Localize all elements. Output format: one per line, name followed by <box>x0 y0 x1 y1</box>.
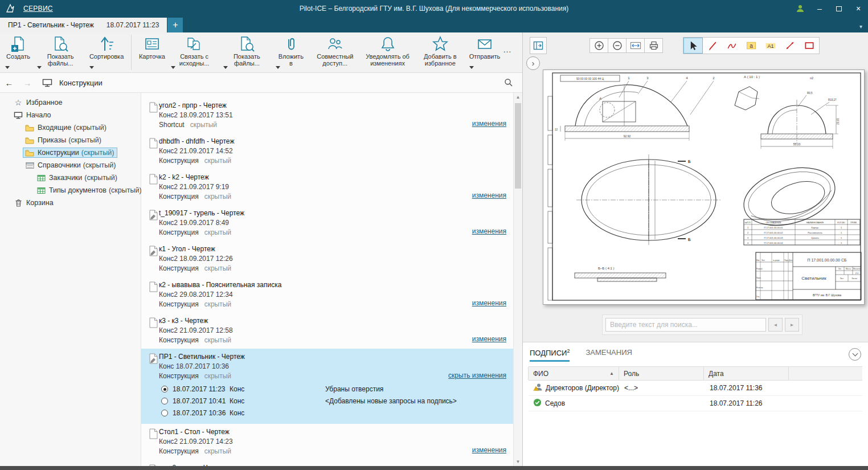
prev-result-button[interactable]: ◄ <box>768 318 783 332</box>
scroll-up-icon[interactable]: ▲ <box>514 95 522 100</box>
sidebar-item-document-types[interactable]: Типы документов(скрытый) <box>0 184 141 197</box>
sidebar-item-constructions[interactable]: Конструкции(скрытый) <box>0 146 141 159</box>
expand-panel-button[interactable]: › <box>526 56 540 70</box>
document-annotated-icon <box>149 245 159 272</box>
changes-link[interactable]: изменения <box>472 299 506 307</box>
show-files-icon <box>52 35 69 52</box>
shared-access-button[interactable]: Совместный доступ... <box>309 34 361 71</box>
tab-list-chevron-icon[interactable]: ▾ <box>859 23 862 30</box>
sidebar-item-trash[interactable]: Корзина <box>0 197 141 209</box>
favorite-star-icon <box>432 35 449 52</box>
send-button[interactable]: Отправить <box>466 34 503 71</box>
hide-changes-link[interactable]: скрыть изменения <box>448 371 506 379</box>
table-row[interactable]: Седов 18.07.2017 11:26 <box>529 396 862 411</box>
stamp-cell: Масса <box>846 268 851 270</box>
parts-header: КОЛ-ВО <box>837 222 845 224</box>
toolbar-overflow-button[interactable]: … <box>503 44 512 54</box>
changes-link[interactable]: изменения <box>472 335 506 343</box>
zoom-out-button[interactable] <box>608 38 627 53</box>
version-row[interactable]: 18.07.2017 10:41 Конс <Добавлены новые з… <box>159 395 509 407</box>
list-item[interactable]: k2 - k2 - Чертеж Конс2 21.09.2017 9:19 К… <box>141 169 513 205</box>
list-item[interactable]: к2 - ывавыва - Пояснительная записка Кон… <box>141 277 513 313</box>
dropdown-arrow-icon <box>37 66 42 69</box>
list-item[interactable]: к3 - к3 - Чертеж Конс2 21.09.2017 12:58 … <box>141 313 513 349</box>
show-files-button-2[interactable]: Показать файлы... <box>220 34 273 71</box>
zoom-in-button[interactable] <box>589 38 608 53</box>
back-button[interactable]: ← <box>0 78 18 88</box>
dropdown-arrow-icon <box>89 66 94 69</box>
sort-button[interactable]: Сортировка <box>87 34 126 71</box>
maximize-button[interactable] <box>829 0 849 17</box>
link-source-button[interactable]: Связать с исходны... <box>168 34 220 71</box>
card-button[interactable]: Карточка <box>136 34 168 71</box>
list-item[interactable]: t_190917 - турель - Чертеж Конс2 19.09.2… <box>141 205 513 241</box>
drawing-preview[interactable]: 93 00 00 00 100 44 Ц 1 3 4 2 А 92,92 12 … <box>543 70 865 305</box>
service-menu[interactable]: СЕРВИС <box>23 5 53 13</box>
column-header-role[interactable]: Роль <box>619 367 704 380</box>
fit-width-button[interactable] <box>626 38 645 53</box>
show-files-button[interactable]: Показать файлы... <box>34 34 87 71</box>
highlight-text-tool[interactable]: a <box>742 38 761 54</box>
tab-signatures[interactable]: ПОДПИСИ2 <box>530 348 570 362</box>
preview-layout-button[interactable] <box>530 37 547 54</box>
version-row[interactable]: 18.07.2017 11:23 Конс Убраны отверстия <box>159 383 509 395</box>
dropdown-arrow-icon <box>469 66 474 69</box>
version-radio[interactable] <box>161 410 168 416</box>
svg-text:!: ! <box>535 387 537 391</box>
callout-label: 1 <box>628 76 630 80</box>
tab-remarks[interactable]: ЗАМЕЧАНИЯ <box>586 348 632 362</box>
dropdown-arrow-icon <box>171 66 175 69</box>
minimize-button[interactable]: – <box>810 0 829 17</box>
create-document-icon <box>10 35 27 52</box>
changes-link[interactable]: изменения <box>472 191 506 199</box>
sidebar-item-orders[interactable]: Приказы(скрытый) <box>0 134 141 146</box>
changes-link[interactable]: изменения <box>472 446 506 454</box>
parts-cell: 1 <box>747 226 749 229</box>
document-tab[interactable]: ПР1 - Светильник - Чертеж 18.07.2017 11:… <box>0 18 167 32</box>
breadcrumb-location[interactable]: Конструкции <box>59 79 103 87</box>
column-header-fio[interactable]: ФИО▲ <box>528 367 619 380</box>
user-button[interactable] <box>791 0 810 17</box>
add-favorite-button[interactable]: Добавить в избранное <box>414 34 466 71</box>
scroll-down-icon[interactable]: ▼ <box>514 459 522 464</box>
changes-link[interactable]: изменения <box>472 227 506 235</box>
list-item[interactable]: угол2 - прпр - Чертеж Конс2 18.09.2017 1… <box>141 97 513 133</box>
search-icon[interactable] <box>504 78 513 87</box>
list-item[interactable]: Стол1 - Стол - Чертеж Конс2 21.09.2017 1… <box>141 424 513 460</box>
table-row[interactable]: ! Директоров (Директор) <...> 18.07.2017… <box>529 381 862 396</box>
changes-link[interactable]: изменения <box>472 120 506 128</box>
list-item[interactable]: угол2 - прпр - Чертеж Конс2 18.09.2017 1… <box>141 460 513 466</box>
rectangle-icon <box>804 40 815 51</box>
version-radio[interactable] <box>161 398 168 404</box>
sidebar-item-favorites[interactable]: ☆Избранное <box>0 96 141 109</box>
notify-changes-button[interactable]: Уведомлять об изменениях <box>361 34 413 71</box>
column-header-date[interactable]: Дата <box>703 367 789 380</box>
forward-button[interactable]: → <box>18 78 36 88</box>
list-scrollbar[interactable]: ▲ ▼ <box>513 93 522 466</box>
collapse-panel-button[interactable] <box>849 348 861 361</box>
version-radio[interactable] <box>161 386 168 393</box>
sidebar-item-incoming[interactable]: Входящие(скрытый) <box>0 121 141 134</box>
sidebar-item-home[interactable]: Начало <box>0 109 141 121</box>
attach-button[interactable]: Вложить в <box>273 34 309 71</box>
sidebar-item-references[interactable]: Справочники(скрытый) <box>0 159 141 171</box>
pointer-tool[interactable] <box>683 38 703 54</box>
search-input[interactable] <box>605 318 766 332</box>
version-row[interactable]: 18.07.2017 10:36 Конс <box>159 407 509 419</box>
print-button[interactable] <box>644 38 663 53</box>
create-button[interactable]: Создать <box>2 34 34 71</box>
horizontal-scrollbar[interactable] <box>0 466 868 470</box>
new-tab-button[interactable]: + <box>167 18 183 32</box>
scrollbar-thumb[interactable] <box>515 103 521 189</box>
rectangle-tool[interactable] <box>800 38 819 54</box>
list-item-selected[interactable]: ПР1 - Светильник - Чертеж Конс 18.07.201… <box>141 349 513 424</box>
list-item[interactable]: dhbdfh - dhfdfh - Чертеж Конс2 21.09.201… <box>141 133 513 169</box>
list-item[interactable]: к1 - Угол - Чертеж Конс2 18.09.2017 12:2… <box>141 241 513 277</box>
freehand-tool[interactable] <box>722 38 742 54</box>
pen-tool[interactable] <box>703 38 722 54</box>
dimension-arrow-tool[interactable] <box>780 38 800 54</box>
next-result-button[interactable]: ► <box>785 318 799 332</box>
close-button[interactable]: × <box>849 0 868 17</box>
text-note-tool[interactable]: A1 <box>761 38 780 54</box>
sidebar-item-customers[interactable]: Заказчики(скрытый) <box>0 171 141 184</box>
